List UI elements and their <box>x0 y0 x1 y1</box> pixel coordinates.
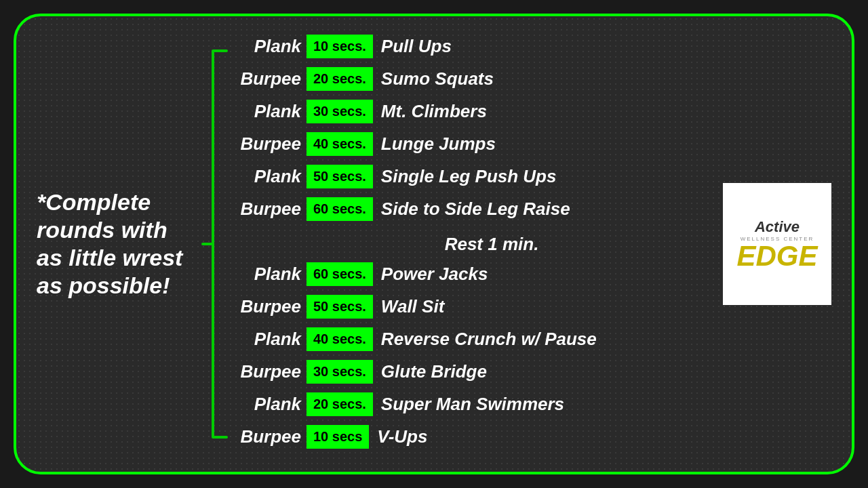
time-badge: 10 secs. <box>307 35 373 58</box>
main-container: *Complete rounds with as little wrest as… <box>14 14 854 474</box>
logo-container: Active WELLNESS CENTER EDGE <box>723 183 831 305</box>
section-1: Plank 10 secs. Pull Ups Burpee 20 secs. … <box>233 31 709 226</box>
workout-row: Plank 40 secs. Reverse Crunch w/ Pause <box>233 324 709 355</box>
exercise-type: Burpee <box>233 199 301 220</box>
rest-label: Rest 1 min. <box>233 234 709 255</box>
workout-row: Plank 50 secs. Single Leg Push Ups <box>233 161 709 192</box>
time-badge: 50 secs. <box>307 165 373 188</box>
time-badge: 40 secs. <box>307 132 373 156</box>
exercise-name: Power Jacks <box>381 264 488 285</box>
workout-row: Burpee 40 secs. Lunge Jumps <box>233 129 709 160</box>
logo-active-text: Active <box>755 218 800 236</box>
time-badge: 60 secs. <box>307 262 373 286</box>
section-2: Plank 60 secs. Power Jacks Burpee 50 sec… <box>233 259 709 454</box>
exercise-type: Burpee <box>233 68 301 89</box>
exercise-name: Reverse Crunch w/ Pause <box>381 329 597 350</box>
exercise-name: Side to Side Leg Raise <box>381 199 570 220</box>
time-badge: 20 secs. <box>307 67 373 91</box>
exercise-name: Single Leg Push Ups <box>381 166 557 187</box>
exercise-type: Plank <box>233 329 301 350</box>
time-badge: 40 secs. <box>307 327 373 351</box>
exercise-type: Burpee <box>233 426 301 447</box>
exercise-type: Plank <box>233 36 301 57</box>
time-badge: 20 secs. <box>307 392 373 416</box>
exercise-type: Burpee <box>233 296 301 317</box>
workout-row: Plank 20 secs. Super Man Swimmers <box>233 389 709 420</box>
workout-row: Burpee 50 secs. Wall Sit <box>233 291 709 323</box>
time-badge: 60 secs. <box>307 197 373 221</box>
exercise-name: V-Ups <box>377 426 427 447</box>
workout-row: Burpee 30 secs. Glute Bridge <box>233 357 709 388</box>
left-instruction-text: *Complete rounds with as little wrest as… <box>37 188 186 299</box>
logo-edge-text: EDGE <box>736 242 817 270</box>
exercise-name: Lunge Jumps <box>381 134 496 155</box>
exercise-type: Plank <box>233 101 301 122</box>
workout-content: Plank 10 secs. Pull Ups Burpee 20 secs. … <box>233 31 709 458</box>
workout-row: Plank 60 secs. Power Jacks <box>233 259 709 290</box>
exercise-type: Plank <box>233 166 301 187</box>
exercise-name: Glute Bridge <box>381 361 487 382</box>
time-badge: 30 secs. <box>307 100 373 123</box>
exercise-type: Burpee <box>233 134 301 155</box>
exercise-type: Burpee <box>233 361 301 382</box>
exercise-type: Plank <box>233 394 301 415</box>
workout-row: Burpee 60 secs. Side to Side Leg Raise <box>233 194 709 225</box>
time-badge: 50 secs. <box>307 295 373 319</box>
exercise-name: Sumo Squats <box>381 68 494 89</box>
time-badge: 30 secs. <box>307 360 373 384</box>
exercise-type: Plank <box>233 264 301 285</box>
workout-row: Plank 30 secs. Mt. Climbers <box>233 96 709 127</box>
exercise-name: Mt. Climbers <box>381 101 487 122</box>
exercise-name: Wall Sit <box>381 296 444 317</box>
workout-row: Plank 10 secs. Pull Ups <box>233 31 709 62</box>
workout-row: Burpee 10 secs V-Ups <box>233 422 709 453</box>
workout-row: Burpee 20 secs. Sumo Squats <box>233 64 709 95</box>
exercise-name: Pull Ups <box>381 36 452 57</box>
exercise-name: Super Man Swimmers <box>381 394 564 415</box>
time-badge: 10 secs <box>307 425 369 449</box>
bracket-icon <box>199 44 233 444</box>
